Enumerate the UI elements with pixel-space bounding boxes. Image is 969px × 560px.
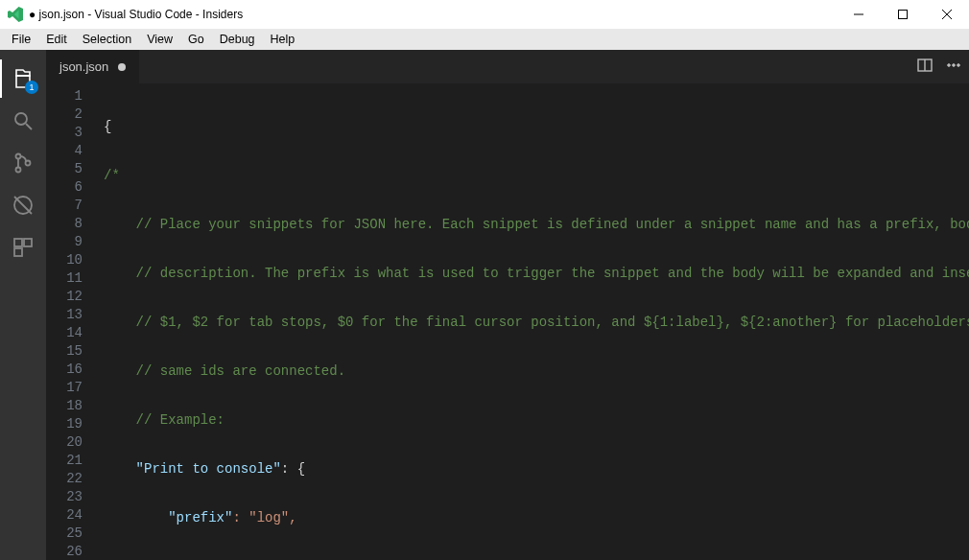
line-number: 22 <box>46 470 83 488</box>
code-content[interactable]: { /* // Place your snippets for JSON her… <box>100 87 969 560</box>
tab-json-json[interactable]: json.json <box>46 50 139 83</box>
activity-source-control[interactable] <box>0 142 46 184</box>
svg-rect-11 <box>14 239 22 246</box>
svg-point-8 <box>26 161 31 166</box>
svg-point-18 <box>957 64 960 67</box>
menu-file[interactable]: File <box>4 29 38 50</box>
activity-extensions[interactable] <box>0 226 46 268</box>
svg-rect-1 <box>899 11 908 19</box>
line-number: 14 <box>46 324 83 342</box>
svg-point-4 <box>15 113 27 125</box>
code-text: // $1, $2 for tab stops, $0 for the fina… <box>104 315 969 330</box>
line-number: 23 <box>46 488 83 506</box>
code-text: // description. The prefix is what is us… <box>104 266 969 281</box>
activity-explorer[interactable]: 1 <box>0 58 46 100</box>
svg-point-7 <box>16 168 21 173</box>
line-number: 3 <box>46 124 83 142</box>
svg-point-6 <box>16 154 21 159</box>
svg-rect-13 <box>14 248 22 256</box>
line-number: 4 <box>46 142 83 160</box>
line-number: 6 <box>46 178 83 197</box>
svg-point-17 <box>953 64 956 67</box>
code-text: // same ids are connected. <box>104 363 345 379</box>
menu-bar: File Edit Selection View Go Debug Help <box>0 29 969 50</box>
explorer-badge: 1 <box>25 81 38 94</box>
code-text: /* <box>104 168 120 183</box>
line-number: 11 <box>46 269 83 288</box>
code-area[interactable]: 1 2 3 4 5 6 7 8 9 10 11 12 13 14 15 16 1… <box>46 83 969 560</box>
svg-rect-12 <box>24 239 32 246</box>
close-button[interactable] <box>925 0 969 29</box>
menu-edit[interactable]: Edit <box>38 29 75 50</box>
code-text: : { <box>281 461 305 477</box>
activity-search[interactable] <box>0 100 46 142</box>
line-number: 26 <box>46 543 83 560</box>
line-number: 5 <box>46 160 83 178</box>
menu-selection[interactable]: Selection <box>75 29 139 50</box>
maximize-button[interactable] <box>881 0 925 29</box>
line-number-gutter: 1 2 3 4 5 6 7 8 9 10 11 12 13 14 15 16 1… <box>46 87 100 560</box>
minimize-button[interactable] <box>837 0 881 29</box>
tab-label: json.json <box>59 59 108 74</box>
line-number: 18 <box>46 397 83 415</box>
code-text: { <box>104 119 111 134</box>
svg-line-5 <box>26 124 32 129</box>
line-number: 10 <box>46 251 83 269</box>
code-text: "prefix" <box>104 510 232 525</box>
code-text: // Example: <box>104 412 225 428</box>
line-number: 15 <box>46 342 83 361</box>
menu-debug[interactable]: Debug <box>212 29 263 50</box>
code-text: "Print to console" <box>104 461 281 477</box>
activity-debug[interactable] <box>0 184 46 226</box>
vscode-insiders-icon <box>8 7 23 22</box>
line-number: 7 <box>46 197 83 215</box>
line-number: 9 <box>46 233 83 251</box>
line-number: 2 <box>46 105 83 124</box>
title-bar: ● json.json - Visual Studio Code - Insid… <box>0 0 969 29</box>
line-number: 17 <box>46 379 83 397</box>
code-text: : "log", <box>232 510 296 525</box>
menu-go[interactable]: Go <box>180 29 212 50</box>
line-number: 16 <box>46 361 83 379</box>
line-number: 20 <box>46 433 83 452</box>
line-number: 21 <box>46 452 83 470</box>
code-text: // Place your snippets for JSON here. Ea… <box>104 217 969 232</box>
dirty-indicator-icon <box>118 63 126 71</box>
more-actions-icon[interactable] <box>946 58 961 76</box>
line-number: 1 <box>46 87 83 105</box>
window-title: ● json.json - Visual Studio Code - Insid… <box>29 8 243 21</box>
line-number: 19 <box>46 415 83 433</box>
line-number: 24 <box>46 506 83 525</box>
menu-help[interactable]: Help <box>263 29 303 50</box>
editor: json.json 1 2 3 4 5 6 7 <box>46 50 969 560</box>
line-number: 13 <box>46 306 83 324</box>
line-number: 12 <box>46 288 83 306</box>
line-number: 25 <box>46 525 83 543</box>
tab-bar: json.json <box>46 50 969 83</box>
split-editor-icon[interactable] <box>917 58 933 76</box>
line-number: 8 <box>46 215 83 233</box>
svg-point-16 <box>948 64 951 67</box>
activity-bar: 1 <box>0 50 46 560</box>
menu-view[interactable]: View <box>139 29 180 50</box>
